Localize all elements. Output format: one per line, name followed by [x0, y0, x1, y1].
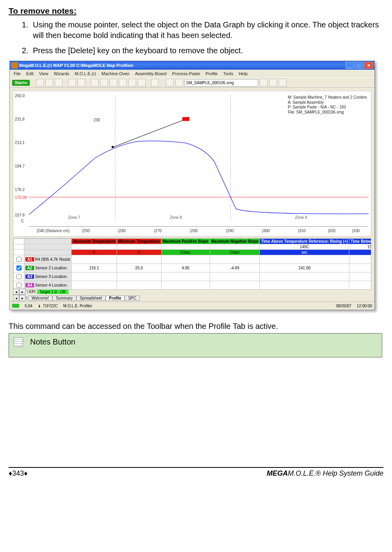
note-object[interactable] [182, 117, 189, 121]
kpi-strip: ◂ ▸ \ KPI Target 1.0 - OK [13, 289, 371, 295]
status-date: 09/20/07 [336, 304, 351, 308]
row-label: A1 R4 (805 4.7K Resist [24, 255, 72, 264]
app-icon [11, 62, 18, 69]
cell [117, 255, 162, 264]
menu-mole[interactable]: M.O.L.E.(r) [75, 71, 96, 76]
y-unit: C [21, 219, 24, 223]
status-led-icon [12, 304, 19, 308]
menu-machine-oven[interactable]: Machine-Oven [101, 71, 129, 76]
tool-icon[interactable] [260, 79, 268, 87]
cell [72, 272, 117, 281]
status-profiler: M.O.L.E. Profiler [63, 304, 92, 308]
menu-tools[interactable]: Tools [223, 71, 233, 76]
ytick: 157.8 [15, 213, 25, 217]
tool-icon[interactable] [55, 79, 63, 87]
menu-help[interactable]: Help [239, 71, 248, 76]
tool-icon[interactable] [36, 79, 44, 87]
tab-summary[interactable]: Summary [52, 296, 76, 301]
col-header[interactable]: Maximum Positive Slope [161, 239, 210, 244]
tool-icon[interactable] [119, 79, 127, 87]
cell [161, 272, 210, 281]
row-checkbox[interactable] [16, 265, 22, 271]
xtick: |280 [190, 229, 198, 233]
graph-info: M: Sample Machine_7 Heaters and 2 Cooler… [288, 95, 367, 115]
arrow-left-icon[interactable]: ◂ [13, 295, 19, 301]
cell: 216.1 [72, 264, 117, 272]
profile-combo[interactable]: SM_SAMPLE_000106.xmg [185, 79, 258, 87]
tab-spreadsheet[interactable]: Spreadsheet [76, 296, 106, 301]
row-checkbox[interactable] [16, 274, 22, 279]
tabs-row: ◂ ▸ \ Welcome! Summary Spreadsheet Profi… [13, 295, 371, 301]
minimize-button[interactable]: _ [345, 62, 354, 69]
xtick: |320 [328, 229, 335, 233]
tool-icon[interactable] [77, 79, 85, 87]
tab-welcome[interactable]: Welcome! [28, 296, 52, 301]
note-value: 230 [94, 118, 100, 122]
notes-icon[interactable] [128, 79, 136, 87]
arrow-left-icon[interactable]: ◂ [13, 289, 19, 295]
page-footer: ♦343♦ MEGAM.O.L.E.® Help System Guide [9, 467, 383, 478]
window-titlebar: MegaM.O.L.E.(r) MAP V1.00 C:\MegaMOLE Ma… [10, 61, 374, 70]
tab-profile[interactable]: Profile [106, 296, 125, 301]
ytick: 176.2 [15, 188, 25, 192]
tool-icon[interactable] [175, 79, 183, 87]
tool-icon[interactable] [110, 79, 117, 87]
row-checkbox[interactable] [16, 257, 22, 262]
help-icon[interactable] [151, 79, 159, 87]
menubar[interactable]: File Edit View Wizards M.O.L.E.(r) Machi… [10, 70, 374, 78]
notes-icon [14, 337, 23, 347]
xtick: |250 [82, 229, 90, 233]
close-button[interactable]: ✕ [364, 62, 373, 69]
tool-icon[interactable] [91, 79, 99, 87]
menu-process-paste[interactable]: Process-Paste [172, 71, 200, 76]
ytick: 213.1 [15, 141, 25, 145]
menu-file[interactable]: File [14, 71, 21, 76]
toolbar-access-note: This command can be accessed on the Tool… [9, 322, 383, 331]
menu-edit[interactable]: Edit [26, 71, 34, 76]
menu-view[interactable]: View [39, 71, 49, 76]
tool-icon[interactable] [269, 79, 277, 87]
cell [72, 255, 117, 264]
tab-spc[interactable]: SPC [125, 296, 140, 301]
cell [260, 272, 349, 281]
x-axis [29, 226, 369, 227]
col-header[interactable]: Time Above Temperature Reference: Rising… [260, 239, 349, 244]
arrow-right-icon[interactable]: ▸ [19, 289, 25, 295]
tool-icon[interactable] [68, 79, 76, 87]
arrow-right-icon[interactable]: ▸ [19, 295, 25, 301]
menu-assembly-board[interactable]: Assembly-Board [135, 71, 167, 76]
menu-wizards[interactable]: Wizards [54, 71, 69, 76]
ytick: 194.7 [15, 164, 25, 168]
xtick: |290 [226, 229, 234, 233]
col-header[interactable]: Maximum Negative Slope [210, 239, 260, 244]
page-number: ♦343♦ [9, 469, 27, 478]
col-header[interactable]: Time Between Temperature [349, 239, 371, 244]
svg-rect-1 [112, 146, 114, 148]
col-header[interactable]: Maximum Temperature [72, 239, 117, 244]
maximize-button[interactable]: □ [355, 62, 363, 69]
steps-list: Using the mouse pointer, select the obje… [9, 20, 383, 56]
tool-icon[interactable] [138, 79, 146, 87]
menu-profile[interactable]: Profile [205, 71, 218, 76]
guide-title: MEGAM.O.L.E.® Help System Guide [267, 469, 383, 478]
tool-icon[interactable] [45, 79, 53, 87]
ytick: 231.6 [15, 117, 25, 121]
xtick: |330 [352, 229, 360, 233]
col-header[interactable]: Minimum Temperature [117, 239, 162, 244]
cell [349, 272, 371, 281]
data-grid[interactable]: Maximum TemperatureMinimum TemperatureMa… [13, 238, 371, 290]
tool-icon[interactable] [166, 79, 174, 87]
data-graph[interactable]: 250.0 231.6 213.1 194.7 176.2 157.8 170.… [13, 91, 371, 236]
row-checkbox[interactable] [16, 283, 22, 288]
start-button[interactable]: Start⇦ [12, 80, 30, 86]
svg-line-0 [113, 119, 185, 147]
status-bar: 5.04 🌡 71F/22C M.O.L.E. Profiler 09/20/0… [10, 301, 374, 310]
xtick: |300 [262, 229, 270, 233]
ref-170: 170.00 [15, 195, 27, 200]
tool-icon[interactable] [279, 79, 286, 87]
tool-icon[interactable] [100, 79, 108, 87]
status-time: 12:00:00 [357, 304, 372, 308]
step-2: Press the [Delete] key on the keyboard t… [31, 45, 383, 56]
app-screenshot: MegaM.O.L.E.(r) MAP V1.00 C:\MegaMOLE Ma… [9, 61, 375, 310]
cell: 25.0 [117, 264, 162, 272]
